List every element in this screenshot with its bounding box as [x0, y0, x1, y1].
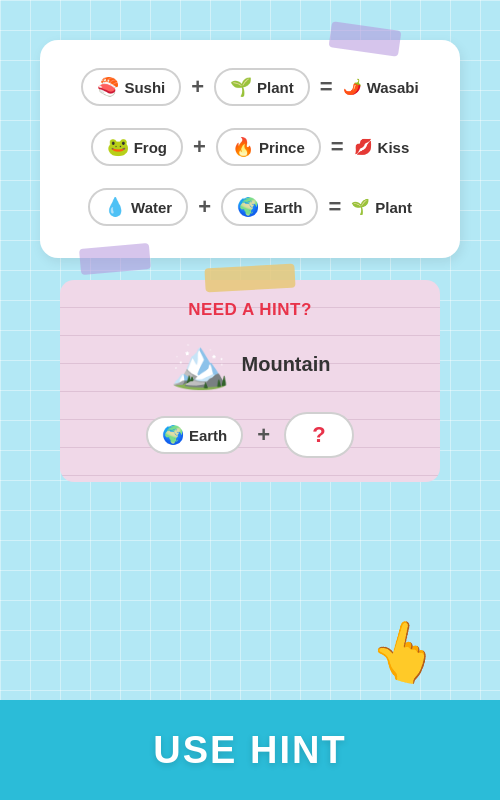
result-wasabi: 🌶️ Wasabi	[343, 78, 419, 96]
wasabi-emoji: 🌶️	[343, 78, 362, 96]
plus-operator-2: +	[193, 134, 206, 160]
plus-operator-1: +	[191, 74, 204, 100]
hint-earth-pill[interactable]: 🌍 Earth	[146, 416, 243, 454]
equations-card: 🍣 Sushi + 🌱 Plant = 🌶️ Wasabi 🐸 Frog + 🔥	[40, 40, 460, 258]
prince-label: Prince	[259, 139, 305, 156]
equation-row-1: 🍣 Sushi + 🌱 Plant = 🌶️ Wasabi	[64, 68, 436, 106]
kiss-label: Kiss	[378, 139, 410, 156]
hand-cursor: 👆	[363, 611, 448, 693]
frog-emoji: 🐸	[107, 136, 129, 158]
equals-operator-3: =	[328, 194, 341, 220]
use-hint-label: USE HINT	[153, 729, 346, 772]
wasabi-label: Wasabi	[367, 79, 419, 96]
water-label: Water	[131, 199, 172, 216]
hint-earth-emoji: 🌍	[162, 424, 184, 446]
hint-plus-operator: +	[257, 422, 270, 448]
bottom-bar[interactable]: USE HINT	[0, 700, 500, 800]
main-content: 🍣 Sushi + 🌱 Plant = 🌶️ Wasabi 🐸 Frog + 🔥	[0, 0, 500, 800]
prince-emoji: 🔥	[232, 136, 254, 158]
hint-title: NEED A HINT?	[84, 300, 416, 320]
result-plant: 🌱 Plant	[351, 198, 412, 216]
plant-result-emoji: 🌱	[351, 198, 370, 216]
bandage-tape	[204, 264, 295, 293]
plant-label-1: Plant	[257, 79, 294, 96]
hint-question-pill[interactable]: ?	[284, 412, 354, 458]
equation-row-3: 💧 Water + 🌍 Earth = 🌱 Plant	[64, 188, 436, 226]
tape-decoration-bottom	[79, 243, 151, 275]
pill-sushi: 🍣 Sushi	[81, 68, 181, 106]
equals-operator-2: =	[331, 134, 344, 160]
sushi-label: Sushi	[124, 79, 165, 96]
equation-row-2: 🐸 Frog + 🔥 Prince = 💋 Kiss	[64, 128, 436, 166]
plant-emoji-1: 🌱	[230, 76, 252, 98]
plus-operator-3: +	[198, 194, 211, 220]
pill-water: 💧 Water	[88, 188, 188, 226]
mountain-emoji: 🏔️	[170, 336, 230, 392]
hint-earth-label: Earth	[189, 427, 227, 444]
result-kiss: 💋 Kiss	[354, 138, 410, 156]
equals-operator-1: =	[320, 74, 333, 100]
hint-answer-label: Mountain	[242, 353, 331, 376]
sushi-emoji: 🍣	[97, 76, 119, 98]
pill-earth: 🌍 Earth	[221, 188, 318, 226]
earth-label: Earth	[264, 199, 302, 216]
pill-prince: 🔥 Prince	[216, 128, 321, 166]
question-mark: ?	[312, 422, 325, 448]
kiss-emoji: 💋	[354, 138, 373, 156]
pill-plant-1: 🌱 Plant	[214, 68, 310, 106]
earth-emoji: 🌍	[237, 196, 259, 218]
hint-answer-display: 🏔️ Mountain	[84, 336, 416, 392]
hint-card: NEED A HINT? 🏔️ Mountain 🌍 Earth + ?	[60, 280, 440, 482]
tape-decoration-top	[329, 21, 402, 56]
plant-result-label: Plant	[375, 199, 412, 216]
pill-frog: 🐸 Frog	[91, 128, 183, 166]
water-emoji: 💧	[104, 196, 126, 218]
hint-equation-row: 🌍 Earth + ?	[84, 412, 416, 458]
frog-label: Frog	[134, 139, 167, 156]
